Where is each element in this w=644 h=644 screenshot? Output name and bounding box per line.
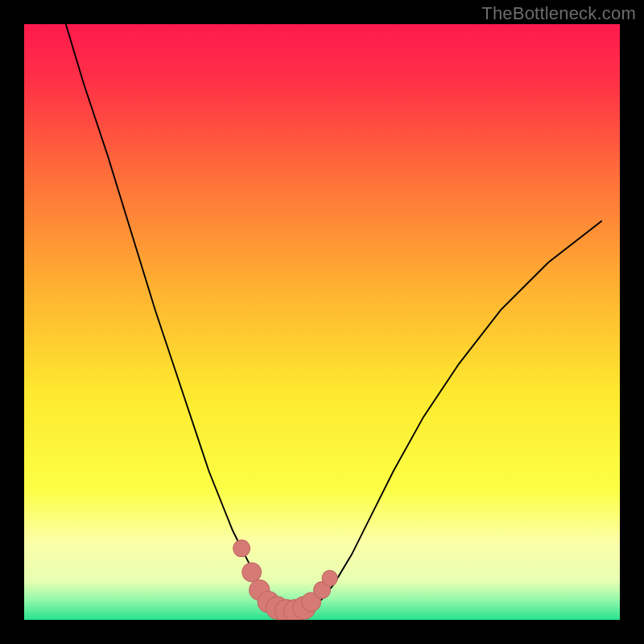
marker-point [233,540,250,557]
bottleneck-chart [24,24,620,620]
watermark-text: TheBottleneck.com [481,3,636,24]
plot-background [24,24,620,620]
chart-frame: TheBottleneck.com [0,0,644,644]
marker-point [322,571,337,586]
marker-point [242,563,262,582]
